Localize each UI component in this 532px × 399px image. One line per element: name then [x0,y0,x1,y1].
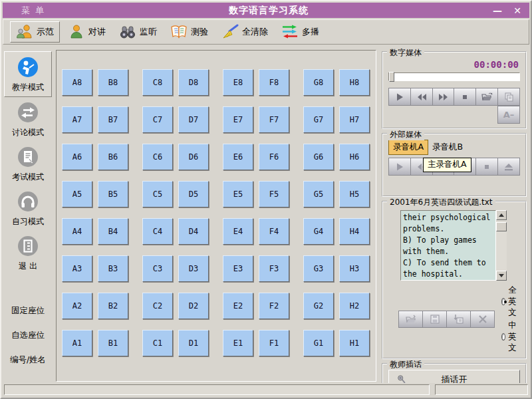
dm-font-button[interactable]: A– [497,106,520,124]
scrollbar-thumb[interactable] [496,222,507,231]
seat-button-G3[interactable]: G3 [303,255,334,282]
seat-button-H1[interactable]: H1 [339,330,370,356]
radio-english-only[interactable]: 全英文 [501,285,520,319]
dm-rewind-button[interactable] [410,88,433,106]
sidebar-link-id-name[interactable]: 编号/姓名 [10,354,46,366]
seat-button-D1[interactable]: D1 [178,330,209,356]
seat-button-D3[interactable]: D3 [178,255,209,282]
seat-button-C6[interactable]: C6 [142,144,173,170]
seat-button-H7[interactable]: H7 [339,106,370,133]
seat-button-F1[interactable]: F1 [259,330,289,356]
seat-button-F3[interactable]: F3 [259,255,289,282]
seat-button-D7[interactable]: D7 [178,106,209,133]
toolbar-button-demo[interactable]: 示范 [10,21,60,43]
dm-open-file-button[interactable] [475,88,498,106]
toolbar-button-clear-all[interactable]: 全清除 [216,21,273,43]
menu-button[interactable]: 菜 单 [21,5,45,17]
dm-stop-button[interactable] [454,88,476,106]
transcript-import-button[interactable] [446,311,471,328]
seat-button-G1[interactable]: G1 [303,330,334,356]
seat-button-E1[interactable]: E1 [223,330,253,356]
seat-button-C7[interactable]: C7 [142,106,173,133]
transcript-scrollbar[interactable] [496,210,507,281]
sidebar-link-fixed-seat[interactable]: 固定座位 [11,305,45,317]
seat-button-A6[interactable]: A6 [62,144,92,170]
toolbar-button-multicast[interactable]: 多播 [276,21,325,43]
seat-button-E7[interactable]: E7 [223,106,253,133]
seat-button-F6[interactable]: F6 [259,144,289,170]
seat-button-E5[interactable]: E5 [223,181,253,207]
seat-button-C2[interactable]: C2 [142,293,173,319]
seat-button-C1[interactable]: C1 [142,330,173,356]
sidebar-mode-exit[interactable]: 退 出 [4,231,52,275]
seat-button-G2[interactable]: G2 [303,293,334,319]
seat-button-H6[interactable]: H6 [339,144,370,170]
sidebar-mode-selfstudy[interactable]: 自习模式 [4,186,52,231]
seat-button-C8[interactable]: C8 [142,69,173,96]
close-button[interactable]: ✕ [512,5,523,16]
seat-button-E2[interactable]: E2 [223,293,253,319]
seat-button-A5[interactable]: A5 [62,181,92,207]
seat-button-F7[interactable]: F7 [259,106,289,133]
transcript-open-button[interactable] [398,311,423,328]
seat-button-A3[interactable]: A3 [62,255,92,282]
seat-button-G6[interactable]: G6 [303,144,334,170]
seat-button-B5[interactable]: B5 [98,181,128,207]
seat-button-D4[interactable]: D4 [178,218,209,245]
em-stop-button[interactable] [475,158,498,176]
em-eject-button[interactable] [497,158,520,176]
minimize-button[interactable]: — [492,5,503,16]
seat-button-B7[interactable]: B7 [98,106,128,133]
seat-button-H3[interactable]: H3 [339,255,370,282]
seat-button-E6[interactable]: E6 [223,144,253,170]
seat-button-G8[interactable]: G8 [303,69,334,96]
toolbar-button-quiz[interactable]: 测验 [165,21,213,43]
media-progress-thumb[interactable] [389,72,394,82]
seat-button-B1[interactable]: B1 [98,330,128,356]
seat-button-E4[interactable]: E4 [223,218,253,245]
toolbar-button-intercom[interactable]: 对讲 [63,21,111,43]
seat-button-B4[interactable]: B4 [98,218,128,245]
seat-button-G5[interactable]: G5 [303,181,334,207]
seat-button-A1[interactable]: A1 [62,330,92,356]
scroll-up-button[interactable] [496,210,507,220]
seat-button-C4[interactable]: C4 [142,218,173,245]
seat-button-D8[interactable]: D8 [178,69,209,96]
media-progress-slider[interactable] [388,72,520,81]
seat-button-D5[interactable]: D5 [178,181,209,207]
dm-fast-forward-button[interactable] [432,88,455,106]
radio-chinese-english[interactable]: 中英文 [501,320,520,354]
seat-button-A8[interactable]: A8 [62,69,92,96]
seat-button-B6[interactable]: B6 [98,144,128,170]
seat-button-G7[interactable]: G7 [303,106,334,133]
em-play-button[interactable] [388,158,411,176]
sidebar-link-choose-seat[interactable]: 自选座位 [11,330,45,341]
seat-button-H2[interactable]: H2 [339,293,370,319]
seat-button-G4[interactable]: G4 [303,218,334,245]
seat-button-B2[interactable]: B2 [98,293,128,319]
sidebar-mode-discussion[interactable]: 讨论模式 [4,97,52,142]
toolbar-button-monitor[interactable]: 监听 [114,21,162,43]
transcript-textarea[interactable]: their psychological problems. B) To play… [400,210,496,281]
seat-button-B3[interactable]: B3 [98,255,128,282]
seat-button-B8[interactable]: B8 [98,69,128,96]
seat-button-H4[interactable]: H4 [339,218,370,245]
seat-button-E8[interactable]: E8 [223,69,253,96]
scroll-down-button[interactable] [496,271,507,281]
interject-on-button[interactable]: 插话开 [388,370,520,383]
sidebar-mode-exam[interactable]: 考试模式 [4,142,52,186]
seat-button-F8[interactable]: F8 [259,69,289,96]
seat-button-A4[interactable]: A4 [62,218,92,245]
transcript-clear-button[interactable] [470,311,495,328]
tab-recorder-b[interactable]: 录音机B [428,140,467,154]
seat-button-F4[interactable]: F4 [259,218,289,245]
transcript-save-button[interactable] [422,311,447,328]
seat-button-E3[interactable]: E3 [223,255,253,282]
seat-button-D2[interactable]: D2 [178,293,209,319]
seat-button-C3[interactable]: C3 [142,255,173,282]
dm-play-button[interactable] [388,88,411,106]
tab-recorder-a[interactable]: 录音机A [388,140,428,155]
seat-button-C5[interactable]: C5 [142,181,173,207]
seat-button-F5[interactable]: F5 [259,181,289,207]
seat-button-D6[interactable]: D6 [178,144,209,170]
